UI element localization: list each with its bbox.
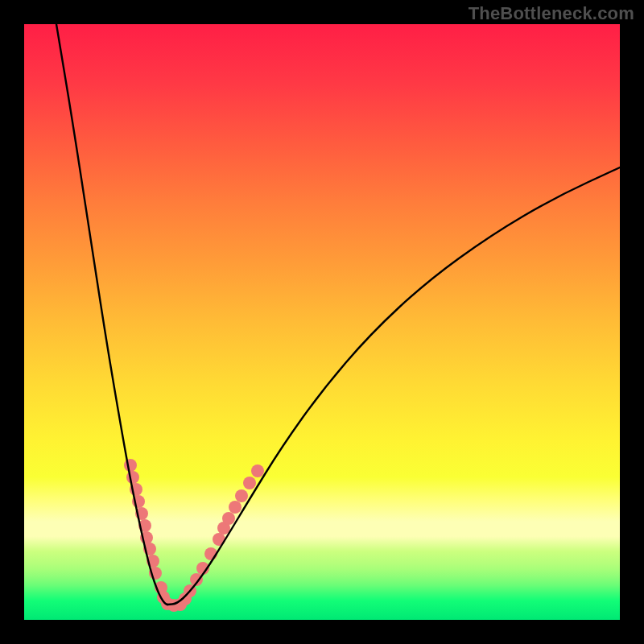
marker-dot [243, 477, 256, 489]
bottleneck-curve [24, 24, 620, 620]
marker-dot [235, 489, 248, 502]
marker-dot [124, 459, 137, 472]
branding-watermark: TheBottleneck.com [469, 3, 634, 24]
marker-dot [222, 512, 235, 525]
plot-frame [24, 24, 620, 620]
curve-right-branch [167, 167, 620, 605]
marker-group [124, 459, 264, 612]
marker-dot [126, 471, 139, 484]
marker-dot [251, 464, 264, 477]
marker-dot [229, 501, 242, 514]
curve-left-branch [56, 24, 167, 605]
